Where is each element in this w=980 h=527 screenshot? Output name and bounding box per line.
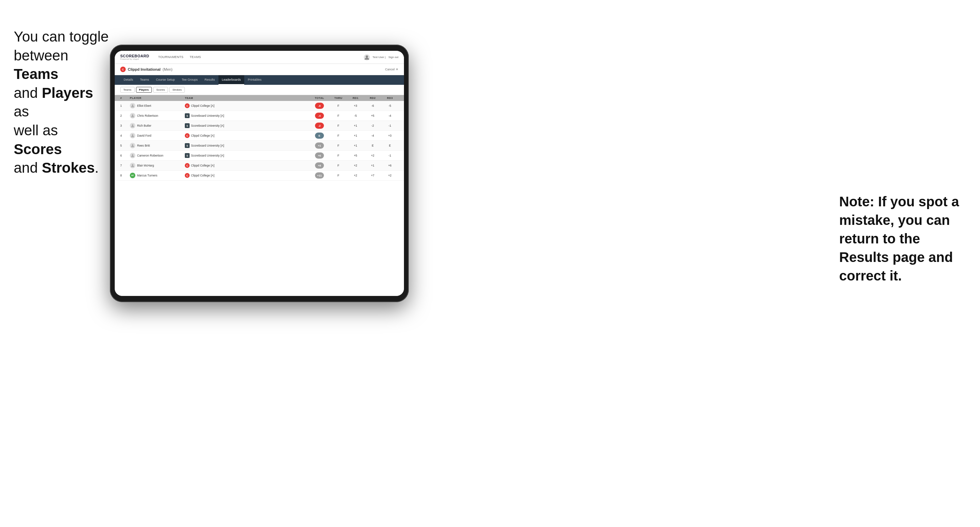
- bold-strokes: Strokes: [42, 160, 95, 176]
- app-header: SCOREBOARD Powered by clippd TOURNAMENTS…: [115, 51, 404, 64]
- svg-point-4: [132, 124, 134, 126]
- tab-course-setup[interactable]: Course Setup: [153, 75, 178, 85]
- table-row: 5 Rees Britt S Scoreboard University [A]…: [115, 141, 404, 151]
- rd3: -1: [381, 124, 398, 127]
- player-name: Blair McHarg: [137, 164, 154, 167]
- total-score: +1: [309, 143, 330, 149]
- rd2: +7: [364, 174, 381, 177]
- team-name: Scoreboard University [A]: [191, 124, 224, 127]
- view-scores-button[interactable]: Scores: [153, 87, 168, 93]
- team-name: Scoreboard University [A]: [191, 154, 224, 157]
- tournament-category: (Men): [162, 67, 172, 71]
- tournament-name: Clippd Invitational: [128, 67, 161, 71]
- player-cell: MT Marcus Turners: [130, 173, 185, 178]
- col-total: TOTAL: [309, 97, 330, 100]
- rank: 6: [120, 154, 130, 157]
- thru: F: [330, 174, 347, 177]
- sign-out-link[interactable]: Sign out: [388, 56, 398, 59]
- thru: F: [330, 144, 347, 147]
- player-name: Rich Butler: [137, 124, 151, 127]
- player-avatar: [130, 123, 135, 129]
- table-row: 4 David Ford C Clippd College [A] E F +1…: [115, 131, 404, 141]
- team-cell: C Clippd College [A]: [185, 163, 247, 168]
- rd3: -5: [381, 104, 398, 108]
- team-icon: C: [185, 173, 189, 178]
- total-score: +8: [309, 162, 330, 168]
- svg-text:MT: MT: [131, 175, 134, 176]
- player-cell: Elliot Ebert: [130, 103, 185, 108]
- player-cell: David Ford: [130, 133, 185, 138]
- tab-leaderboards[interactable]: Leaderboards: [218, 75, 245, 85]
- player-name: Chris Robertson: [137, 114, 158, 117]
- svg-point-6: [132, 144, 134, 146]
- rank: 4: [120, 134, 130, 137]
- col-thru: THRU: [330, 97, 347, 100]
- svg-point-3: [132, 114, 134, 116]
- player-avatar: [130, 103, 135, 108]
- header-left: SCOREBOARD Powered by clippd TOURNAMENTS…: [120, 54, 204, 61]
- player-avatar: [130, 163, 135, 168]
- tab-printables[interactable]: Printables: [244, 75, 265, 85]
- view-teams-button[interactable]: Teams: [120, 87, 135, 93]
- player-avatar: [130, 113, 135, 119]
- thru: F: [330, 154, 347, 157]
- tab-details[interactable]: Details: [120, 75, 137, 85]
- team-cell: S Scoreboard University [A]: [185, 123, 247, 128]
- tab-results[interactable]: Results: [201, 75, 218, 85]
- rd1: +2: [347, 164, 364, 167]
- view-strokes-button[interactable]: Strokes: [169, 87, 185, 93]
- table-row: 6 Cameron Robertson S Scoreboard Univers…: [115, 151, 404, 161]
- rd2: +5: [364, 114, 381, 117]
- team-name: Scoreboard University [A]: [191, 114, 224, 117]
- player-avatar: [130, 143, 135, 148]
- tournament-title: C Clippd Invitational (Men): [120, 67, 172, 72]
- rd2: -4: [364, 134, 381, 137]
- bold-players: Players: [42, 85, 93, 101]
- team-icon: C: [185, 163, 189, 168]
- thru: F: [330, 134, 347, 137]
- bold-teams: Teams: [14, 66, 58, 82]
- nav-teams[interactable]: TEAMS: [187, 54, 204, 61]
- col-rd1: RD1: [347, 97, 364, 100]
- total-score: -8: [309, 103, 330, 109]
- player-cell: Rich Butler: [130, 123, 185, 129]
- scoreboard-logo: SCOREBOARD Powered by clippd: [120, 54, 149, 60]
- tournament-header: C Clippd Invitational (Men) Cancel ✕: [115, 64, 404, 75]
- player-cell: Chris Robertson: [130, 113, 185, 119]
- header-nav: TOURNAMENTS TEAMS: [155, 54, 204, 61]
- total-score: -2: [309, 122, 330, 129]
- rd2: -2: [364, 124, 381, 127]
- rank: 5: [120, 144, 130, 147]
- rank: 7: [120, 164, 130, 167]
- thru: F: [330, 114, 347, 117]
- svg-point-8: [132, 164, 134, 166]
- rd1: +5: [347, 154, 364, 157]
- user-name: Test User |: [373, 56, 386, 59]
- rd3: -4: [381, 114, 398, 117]
- thru: F: [330, 164, 347, 167]
- view-players-button[interactable]: Players: [136, 87, 152, 93]
- rank: 8: [120, 174, 130, 177]
- tab-teams[interactable]: Teams: [137, 75, 153, 85]
- header-right: Test User | Sign out: [364, 54, 398, 60]
- logo-subtitle: Powered by clippd: [120, 58, 149, 60]
- team-cell: C Clippd College [A]: [185, 173, 247, 178]
- player-avatar: [130, 133, 135, 138]
- team-cell: S Scoreboard University [A]: [185, 153, 247, 158]
- cancel-button[interactable]: Cancel ✕: [385, 68, 398, 71]
- team-icon: S: [185, 143, 189, 148]
- table-row: 2 Chris Robertson S Scoreboard Universit…: [115, 111, 404, 121]
- total-score: +6: [309, 152, 330, 159]
- thru: F: [330, 124, 347, 127]
- rd1: +1: [347, 144, 364, 147]
- team-name: Scoreboard University [A]: [191, 144, 224, 147]
- col-spacer: [247, 97, 309, 100]
- player-avatar: MT: [130, 173, 135, 178]
- player-name: Rees Britt: [137, 144, 150, 147]
- tab-tee-groups[interactable]: Tee Groups: [178, 75, 201, 85]
- nav-tournaments[interactable]: TOURNAMENTS: [155, 54, 186, 61]
- team-name: Clippd College [A]: [191, 164, 214, 167]
- svg-point-1: [366, 55, 368, 58]
- player-cell: Blair McHarg: [130, 163, 185, 168]
- team-cell: C Clippd College [A]: [185, 103, 247, 108]
